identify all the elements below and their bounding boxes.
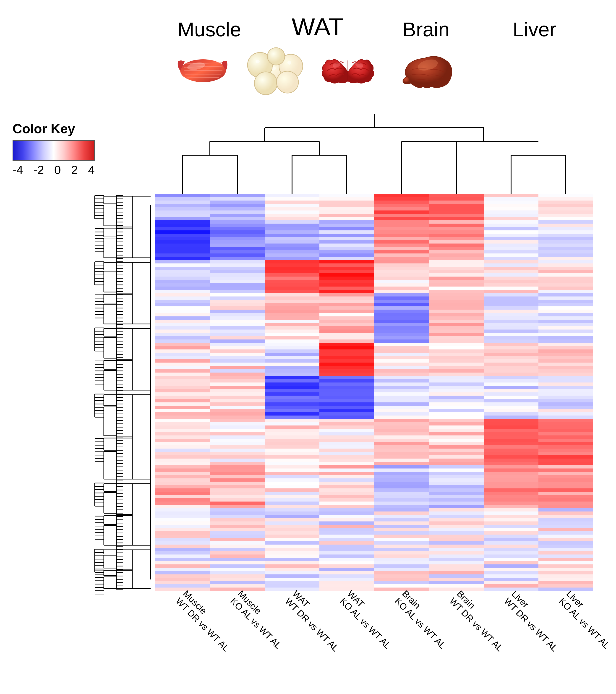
svg-line-5 — [187, 77, 219, 77]
dendrogram-top — [155, 110, 593, 194]
brain-icon — [314, 40, 382, 104]
svg-text:BrainKO AL vs WT AL: BrainKO AL vs WT AL — [393, 589, 455, 651]
muscle-label: Muscle — [169, 18, 249, 41]
color-key-ticks: -4 -2 0 2 4 — [13, 163, 95, 177]
muscle-icon — [169, 41, 237, 101]
svg-point-14 — [272, 67, 276, 71]
x-axis-labels: MuscleWT DR vs WT ALMuscleKO AL vs WT AL… — [155, 592, 593, 694]
main-container: Muscle WAT Brain Liver — [0, 0, 616, 694]
svg-line-3 — [184, 70, 222, 71]
svg-point-10 — [254, 72, 277, 95]
svg-point-12 — [267, 48, 285, 65]
liver-label: Liver — [495, 18, 575, 41]
heatmap — [155, 194, 593, 591]
wat-icon — [242, 42, 310, 102]
svg-text:MuscleWT DR vs WT AL: MuscleWT DR vs WT AL — [174, 589, 239, 653]
color-key: Color Key -4 -2 0 2 4 — [13, 121, 102, 177]
color-key-title: Color Key — [13, 121, 102, 136]
liver-icon — [388, 42, 461, 106]
svg-text:MuscleKO AL vs WT AL: MuscleKO AL vs WT AL — [229, 589, 291, 651]
svg-text:LiverWT DR vs WT AL: LiverWT DR vs WT AL — [502, 589, 567, 653]
svg-point-15 — [288, 61, 291, 65]
svg-point-13 — [256, 60, 260, 63]
svg-point-11 — [276, 71, 298, 93]
svg-text:WATKO AL vs WT AL: WATKO AL vs WT AL — [338, 589, 400, 651]
svg-text:BrainWT DR vs WT AL: BrainWT DR vs WT AL — [448, 589, 512, 653]
dendrogram-left — [9, 194, 155, 591]
svg-text:LiverKO AL vs WT AL: LiverKO AL vs WT AL — [557, 589, 616, 651]
color-key-gradient — [13, 140, 95, 161]
wat-label: WAT — [278, 13, 358, 41]
brain-label: Brain — [386, 18, 466, 41]
svg-text:WATWT DR vs WT AL: WATWT DR vs WT AL — [283, 589, 348, 653]
tissue-labels-row: Muscle WAT Brain Liver — [155, 13, 588, 41]
